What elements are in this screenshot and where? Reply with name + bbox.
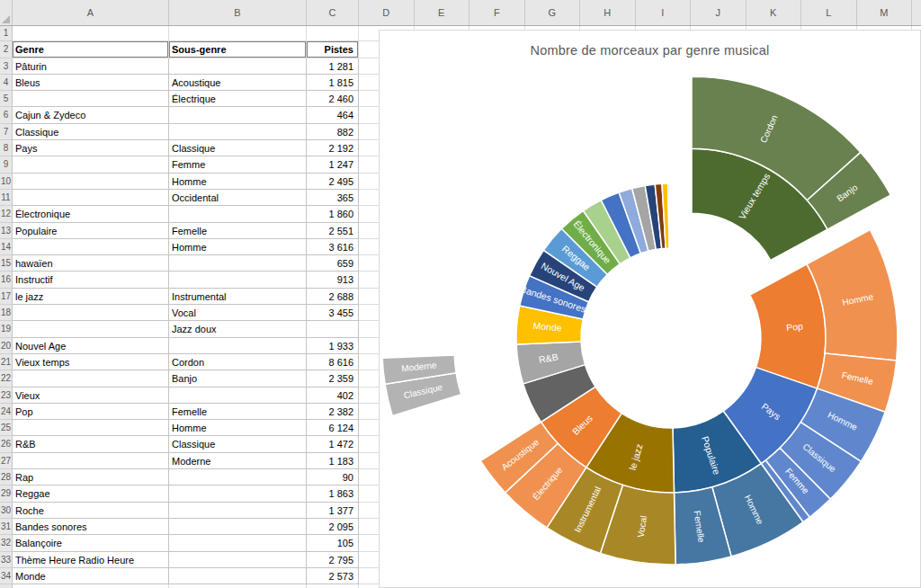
cell-A33[interactable]: Thème Heure Radio Heure xyxy=(13,552,169,568)
cell-A15[interactable]: hawaïen xyxy=(13,255,169,272)
cell-B9[interactable]: Femme xyxy=(169,156,307,173)
cell-A19[interactable] xyxy=(13,321,169,337)
cell-C7[interactable]: 882 xyxy=(307,124,359,140)
cell-C2[interactable]: Pistes xyxy=(307,41,359,58)
cell-A30[interactable]: Roche xyxy=(13,503,169,519)
cell-A14[interactable] xyxy=(13,239,169,255)
row-header-3[interactable]: 3 xyxy=(0,58,13,75)
cell-B26[interactable]: Classique xyxy=(169,436,307,452)
cell-A22[interactable] xyxy=(13,370,169,387)
cell-A18[interactable] xyxy=(13,305,169,321)
row-header-13[interactable]: 13 xyxy=(0,223,13,239)
cell-A35[interactable]: Nouveauté xyxy=(13,584,169,588)
cell-B20[interactable] xyxy=(169,338,307,354)
column-header-K[interactable]: K xyxy=(747,0,802,25)
row-header-27[interactable]: 27 xyxy=(0,453,13,469)
cell-B31[interactable] xyxy=(169,519,307,535)
cell-A1[interactable] xyxy=(13,25,169,41)
cell-C29[interactable]: 1 863 xyxy=(307,486,359,502)
cell-C30[interactable]: 1 377 xyxy=(307,503,359,519)
cell-B23[interactable] xyxy=(169,388,307,404)
cell-A10[interactable] xyxy=(13,174,169,190)
row-header-33[interactable]: 33 xyxy=(0,552,13,568)
row-header-8[interactable]: 8 xyxy=(0,140,13,156)
cell-C23[interactable]: 402 xyxy=(307,388,359,404)
cell-A26[interactable]: R&B xyxy=(13,436,169,452)
row-header-18[interactable]: 18 xyxy=(0,305,13,321)
cell-A28[interactable]: Rap xyxy=(13,469,169,486)
row-header-16[interactable]: 16 xyxy=(0,272,13,288)
cell-C12[interactable]: 1 860 xyxy=(307,206,359,222)
cell-C1[interactable] xyxy=(307,25,359,41)
column-header-H[interactable]: H xyxy=(580,0,636,25)
column-header-B[interactable]: B xyxy=(169,0,307,25)
cell-B14[interactable]: Homme xyxy=(169,239,307,255)
cell-C10[interactable]: 2 495 xyxy=(307,174,359,190)
row-header-11[interactable]: 11 xyxy=(0,190,13,206)
cell-B16[interactable] xyxy=(169,272,307,288)
cell-C14[interactable]: 3 616 xyxy=(307,239,359,255)
cell-A32[interactable]: Balançoire xyxy=(13,535,169,551)
cell-B15[interactable] xyxy=(169,255,307,272)
cell-A29[interactable]: Reggae xyxy=(13,486,169,502)
cell-C8[interactable]: 2 192 xyxy=(307,140,359,156)
cell-A8[interactable]: Pays xyxy=(13,140,169,156)
cell-A3[interactable]: Pâturin xyxy=(13,58,169,75)
cell-B27[interactable]: Moderne xyxy=(169,453,307,469)
cell-C24[interactable]: 2 382 xyxy=(307,404,359,420)
cell-B19[interactable]: Jazz doux xyxy=(169,321,307,337)
column-header-C[interactable]: C xyxy=(307,0,359,25)
row-header-12[interactable]: 12 xyxy=(0,206,13,222)
row-header-21[interactable]: 21 xyxy=(0,354,13,370)
sunburst-slice-rap[interactable] xyxy=(670,183,672,248)
row-header-7[interactable]: 7 xyxy=(0,124,13,140)
cell-A16[interactable]: Instructif xyxy=(13,272,169,288)
row-header-19[interactable]: 19 xyxy=(0,321,13,337)
cell-A25[interactable] xyxy=(13,420,169,436)
cell-B12[interactable] xyxy=(169,206,307,222)
cell-B29[interactable] xyxy=(169,486,307,502)
cell-C28[interactable]: 90 xyxy=(307,469,359,486)
cell-A11[interactable] xyxy=(13,190,169,206)
cell-C20[interactable]: 1 933 xyxy=(307,338,359,354)
row-header-9[interactable]: 9 xyxy=(0,156,13,173)
cell-B30[interactable] xyxy=(169,503,307,519)
column-header-M[interactable]: M xyxy=(857,0,913,25)
cell-B8[interactable]: Classique xyxy=(169,140,307,156)
column-header-E[interactable]: E xyxy=(415,0,470,25)
row-header-23[interactable]: 23 xyxy=(0,388,13,404)
cell-B22[interactable]: Banjo xyxy=(169,370,307,387)
cell-B5[interactable]: Électrique xyxy=(169,91,307,107)
cell-A27[interactable] xyxy=(13,453,169,469)
cell-C31[interactable]: 2 095 xyxy=(307,519,359,535)
row-header-17[interactable]: 17 xyxy=(0,289,13,305)
row-header-26[interactable]: 26 xyxy=(0,436,13,452)
cell-C3[interactable]: 1 281 xyxy=(307,58,359,75)
cell-B4[interactable]: Acoustique xyxy=(169,75,307,91)
cell-B6[interactable] xyxy=(169,107,307,123)
row-header-28[interactable]: 28 xyxy=(0,469,13,486)
cell-A2[interactable]: Genre xyxy=(13,41,169,58)
cell-B10[interactable]: Homme xyxy=(169,174,307,190)
cell-C26[interactable]: 1 472 xyxy=(307,436,359,452)
cell-B11[interactable]: Occidental xyxy=(169,190,307,206)
cell-C34[interactable]: 2 573 xyxy=(307,568,359,584)
cell-C25[interactable]: 6 124 xyxy=(307,420,359,436)
cell-A4[interactable]: Bleus xyxy=(13,75,169,91)
cell-C32[interactable]: 105 xyxy=(307,535,359,551)
cell-A20[interactable]: Nouvel Age xyxy=(13,338,169,354)
row-header-20[interactable]: 20 xyxy=(0,338,13,354)
cell-A6[interactable]: Cajun & Zydeco xyxy=(13,107,169,123)
cell-B32[interactable] xyxy=(169,535,307,551)
row-header-14[interactable]: 14 xyxy=(0,239,13,255)
row-header-5[interactable]: 5 xyxy=(0,91,13,107)
column-header-I[interactable]: I xyxy=(636,0,692,25)
cell-A17[interactable]: le jazz xyxy=(13,289,169,305)
cell-C4[interactable]: 1 815 xyxy=(307,75,359,91)
cell-B33[interactable] xyxy=(169,552,307,568)
cell-B35[interactable] xyxy=(169,584,307,588)
cell-A24[interactable]: Pop xyxy=(13,404,169,420)
cell-C6[interactable]: 464 xyxy=(307,107,359,123)
cell-C22[interactable]: 2 359 xyxy=(307,370,359,387)
column-header-A[interactable]: A xyxy=(13,0,169,25)
